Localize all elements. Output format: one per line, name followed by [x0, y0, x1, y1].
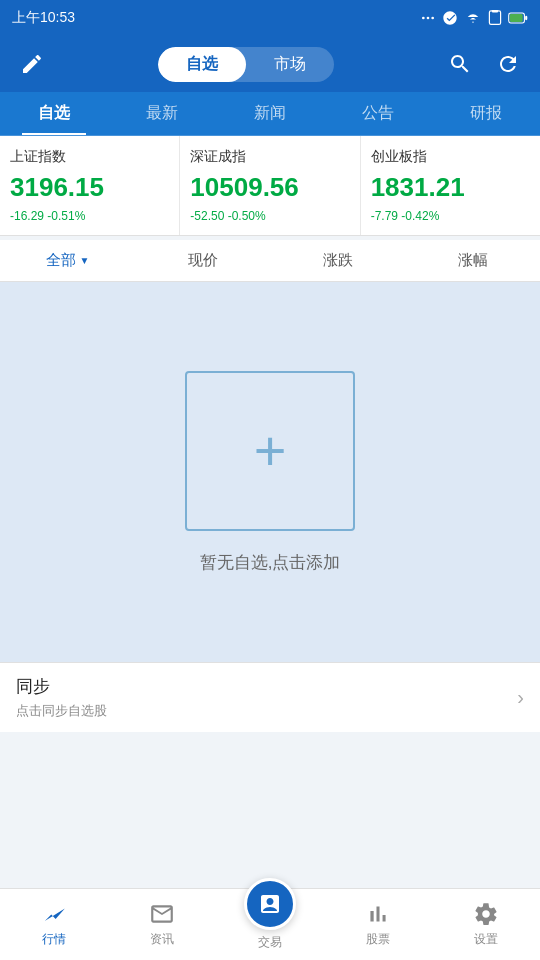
svg-rect-6 [525, 16, 527, 20]
header-tab-market[interactable]: 市场 [246, 47, 334, 82]
nav-tab-notice[interactable]: 公告 [324, 92, 432, 135]
refresh-icon[interactable] [492, 48, 524, 80]
svg-point-0 [422, 17, 425, 20]
empty-text: 暂无自选,点击添加 [200, 551, 341, 574]
sync-title: 同步 [16, 675, 107, 698]
status-bar: 上午10:53 [0, 0, 540, 36]
bottom-nav-market-label: 行情 [42, 931, 66, 948]
bottom-nav-trade-label: 交易 [258, 934, 282, 951]
sort-all[interactable]: 全部 ▼ [0, 240, 135, 281]
bottom-nav-settings-label: 设置 [474, 931, 498, 948]
settings-icon [473, 901, 499, 927]
stock-icon [365, 901, 391, 927]
sort-price[interactable]: 现价 [135, 240, 270, 281]
nav-tab-news[interactable]: 新闻 [216, 92, 324, 135]
index-item-shenzhen[interactable]: 深证成指 10509.56 -52.50 -0.50% [180, 136, 360, 235]
bottom-nav-trade[interactable]: 交易 [216, 889, 324, 960]
add-watchlist-button[interactable]: + [185, 371, 355, 531]
header-tab-watchlist[interactable]: 自选 [158, 47, 246, 82]
news-icon [149, 901, 175, 927]
svg-rect-3 [489, 11, 500, 25]
sort-pct[interactable]: 涨幅 [405, 240, 540, 281]
sort-arrow: ▼ [80, 255, 90, 266]
sort-bar: 全部 ▼ 现价 涨跌 涨幅 [0, 240, 540, 282]
search-icon[interactable] [444, 48, 476, 80]
sync-info: 同步 点击同步自选股 [16, 675, 107, 720]
bottom-nav-news[interactable]: 资讯 [108, 889, 216, 960]
svg-rect-4 [492, 10, 498, 12]
svg-rect-7 [510, 14, 523, 22]
sync-bar[interactable]: 同步 点击同步自选股 › [0, 662, 540, 732]
index-change-shenzhen: -52.50 -0.50% [190, 209, 349, 223]
sync-arrow-icon: › [517, 686, 524, 709]
header-actions [444, 48, 524, 80]
nav-tab-research[interactable]: 研报 [432, 92, 540, 135]
edit-icon[interactable] [16, 48, 48, 80]
chart-icon [41, 901, 67, 927]
bottom-nav-settings[interactable]: 设置 [432, 889, 540, 960]
plus-icon: + [254, 423, 287, 479]
index-change-shanghai: -16.29 -0.51% [10, 209, 169, 223]
bottom-nav: 行情 资讯 交易 股票 设置 [0, 888, 540, 960]
index-value-chuangye: 1831.21 [371, 172, 530, 203]
index-item-shanghai[interactable]: 上证指数 3196.15 -16.29 -0.51% [0, 136, 180, 235]
indices-container: 上证指数 3196.15 -16.29 -0.51% 深证成指 10509.56… [0, 136, 540, 236]
bottom-nav-market[interactable]: 行情 [0, 889, 108, 960]
index-name-chuangye: 创业板指 [371, 148, 530, 166]
bottom-nav-stock[interactable]: 股票 [324, 889, 432, 960]
index-name-shenzhen: 深证成指 [190, 148, 349, 166]
index-name-shanghai: 上证指数 [10, 148, 169, 166]
main-content: 上证指数 3196.15 -16.29 -0.51% 深证成指 10509.56… [0, 136, 540, 732]
trade-center-button[interactable] [244, 878, 296, 930]
status-icons [420, 10, 528, 26]
svg-point-2 [431, 17, 434, 20]
status-time: 上午10:53 [12, 9, 75, 27]
sync-subtitle: 点击同步自选股 [16, 702, 107, 720]
bottom-nav-stock-label: 股票 [366, 931, 390, 948]
nav-tabs: 自选 最新 新闻 公告 研报 [0, 92, 540, 136]
svg-point-1 [427, 17, 430, 20]
nav-tab-watchlist[interactable]: 自选 [0, 92, 108, 135]
index-change-chuangye: -7.79 -0.42% [371, 209, 530, 223]
index-value-shanghai: 3196.15 [10, 172, 169, 203]
bottom-nav-news-label: 资讯 [150, 931, 174, 948]
index-item-chuangye[interactable]: 创业板指 1831.21 -7.79 -0.42% [361, 136, 540, 235]
nav-tab-latest[interactable]: 最新 [108, 92, 216, 135]
header-tab-group: 自选 市场 [158, 47, 334, 82]
empty-state: + 暂无自选,点击添加 [0, 282, 540, 662]
sort-change[interactable]: 涨跌 [270, 240, 405, 281]
header: 自选 市场 [0, 36, 540, 92]
index-value-shenzhen: 10509.56 [190, 172, 349, 203]
